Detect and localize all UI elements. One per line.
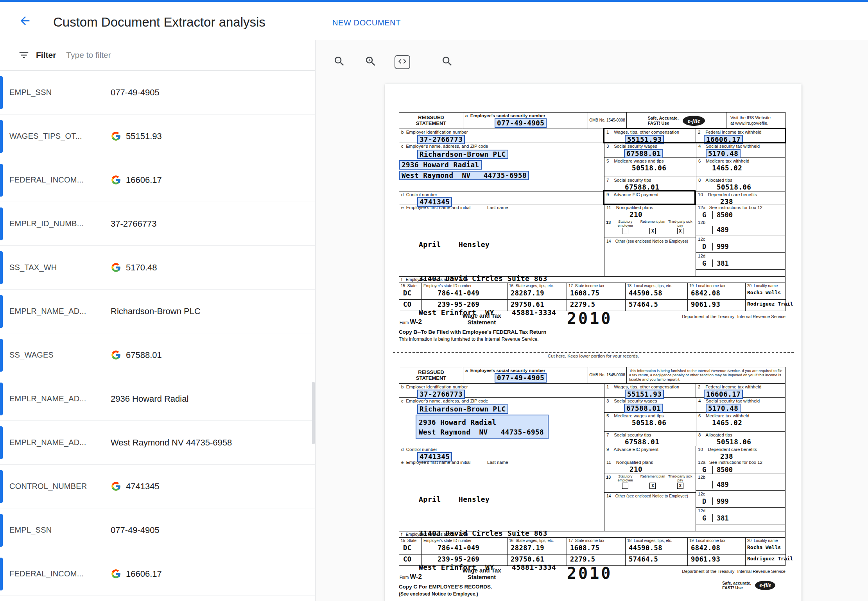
w2-box-12a: 12a See instructions for box 12 G8500 <box>696 204 785 219</box>
w2-state-cell: 44590.58 <box>625 288 687 300</box>
w2-department-text: Department of the Treasury--Internal Rev… <box>682 314 786 319</box>
w2-ssn-value[interactable]: 077-49-4905 <box>495 373 547 383</box>
w2-box3-value[interactable]: 67588.01 <box>624 149 663 158</box>
field-row[interactable]: EMPLR_NAME_AD...West Raymond NV 44735-69… <box>0 421 315 465</box>
search-button[interactable] <box>440 55 455 70</box>
field-row[interactable]: SS_WAGES67588.01 <box>0 333 315 377</box>
w2-label: 12b <box>696 219 785 225</box>
irs-website-text: Visit the IRS Website at www.irs.gov/efi… <box>726 113 785 129</box>
w2-employer-addr1-value[interactable]: 2936 Howard Radial <box>399 160 482 170</box>
zoom-in-button[interactable] <box>363 55 378 70</box>
w2-box4-value[interactable]: 5170.48 <box>706 404 741 413</box>
w2-table: REISSUED STATEMENT a Employee's social s… <box>399 367 786 566</box>
filter-bar: Filter <box>0 40 315 71</box>
w2-tax-year: 2010 <box>567 564 612 582</box>
field-name: EMPLR_ID_NUMB... <box>9 219 107 228</box>
w2-state-cell: 57464.5 <box>625 554 687 565</box>
back-button[interactable] <box>17 14 33 29</box>
efile-logo: e-file <box>755 581 775 590</box>
w2-employer-name-value[interactable]: Richardson-Brown PLC <box>417 150 508 159</box>
field-value: 67588.01 <box>111 350 162 360</box>
zoom-in-icon <box>364 55 377 69</box>
w2-label: e Employee's first name and initial <box>399 459 472 465</box>
w2-box-4: 4 Social security tax withheld 5170.48 <box>696 143 785 157</box>
w2-top-right-cell: This information is being furnished to t… <box>626 367 785 383</box>
w2-copy-b-slot: REISSUED STATEMENT a Employee's social s… <box>399 112 786 356</box>
w2-label: a Employee's social security number <box>463 113 588 118</box>
w2-box3-value[interactable]: 67588.01 <box>624 404 663 413</box>
w2-omb-number: OMB No. 1545-0008 <box>588 113 626 129</box>
w2-box-3: 3 Social security wages 67588.01 <box>604 143 696 157</box>
w2-employee-name: April Hensley <box>419 494 556 505</box>
w2-label: Statutory employee <box>612 475 639 482</box>
w2-label: 14 Other (see enclosed Notice to Employe… <box>604 238 696 244</box>
field-name: EMPL_SSN <box>9 526 107 535</box>
w2-label: 2 Federal income tax withheld <box>696 129 785 135</box>
field-row[interactable]: SS_TAX_WH5170.48 <box>0 246 315 290</box>
w2-footer: Form W-2 Wage and Tax Statement 2010 Dep… <box>399 566 786 582</box>
w2-reissued-statement: REISSUED STATEMENT <box>399 113 463 129</box>
field-accent-bar <box>0 295 3 328</box>
json-view-button[interactable] <box>395 55 410 69</box>
field-row[interactable]: EMPLR_NAME_AD...2936 Howard Radial <box>0 377 315 421</box>
w2-ssn-value[interactable]: 077-49-4905 <box>495 118 547 128</box>
w2-box-b-ein: b Employer identification number 37-2766… <box>399 384 604 397</box>
w2-employer-addr1-value[interactable]: 2936 Howard Radial <box>419 419 497 426</box>
w2-label: 1 Wages, tips, other compensation <box>604 384 696 390</box>
field-name: EMPLR_NAME_AD... <box>9 438 107 447</box>
w2-label: 10 Dependent care benefits <box>696 191 785 197</box>
w2-box-10: 10 Dependent care benefits 238 <box>696 191 785 204</box>
filter-input[interactable] <box>66 50 230 60</box>
w2-label: 11 Nonqualified plans <box>604 459 696 465</box>
w2-box-c-employer: c Employer's name, address, and ZIP code… <box>399 143 604 191</box>
new-document-button[interactable]: NEW DOCUMENT <box>332 18 401 27</box>
w2-box-12b: 12b 489 <box>696 474 785 490</box>
field-accent-bar <box>0 470 3 503</box>
w2-box-12c: 12c D999 <box>696 236 785 252</box>
w2-label: 12c <box>696 236 785 242</box>
fields-scrollbar[interactable] <box>312 382 315 444</box>
w2-state-cell: 6842.08 <box>687 288 745 300</box>
w2-label: 17 State income tax <box>567 283 625 288</box>
w2-box12a-value: 8500 <box>712 211 785 219</box>
field-row[interactable]: EMPL_SSN077-49-4905 <box>0 71 315 114</box>
w2-box-7: 7 Social security tips 67588.01 <box>604 432 696 446</box>
w2-box-3: 3 Social security wages 67588.01 <box>604 398 696 412</box>
w2-footer: Form W-2 Wage and Tax Statement 2010 Dep… <box>399 311 786 327</box>
w2-box-d-control: d Control number 4741345 <box>399 446 604 459</box>
w2-label: 17 State income tax <box>567 538 625 543</box>
w2-box4-value[interactable]: 5170.48 <box>706 149 741 158</box>
field-row[interactable]: WAGES_TIPS_OT...55151.93 <box>0 114 315 158</box>
field-accent-bar <box>0 383 3 415</box>
w2-label: 7 Social security tips <box>604 432 696 438</box>
w2-box-1: 1 Wages, tips, other compensation 55151.… <box>604 384 696 397</box>
w2-employer-addr2-value[interactable]: West Raymond NV 44735-6958 <box>419 428 544 436</box>
field-row[interactable]: EMPL_SSN077-49-4905 <box>0 508 315 552</box>
w2-employer-name-value[interactable]: Richardson-Brown PLC <box>417 404 508 414</box>
field-row[interactable]: CONTROL_NUMBER4741345 <box>0 465 315 508</box>
w2-label: 13 <box>606 220 611 225</box>
google-icon <box>111 131 121 141</box>
w2-label: d Control number <box>399 191 604 197</box>
w2-state-cell: 9061.93 <box>687 554 745 565</box>
w2-label: 12d <box>696 253 785 259</box>
w2-label: 20 Locality name <box>745 283 786 288</box>
field-row[interactable]: EMPLR_ID_NUMB...37-2766773 <box>0 202 315 246</box>
w2-box12a-value: 8500 <box>712 466 785 474</box>
w2-irs-notice: This information is being furnished to t… <box>627 367 785 383</box>
google-icon <box>111 350 121 360</box>
field-row[interactable]: FEDERAL_INCOM...16606.17 <box>0 552 315 596</box>
w2-employer-addr2-value[interactable]: West Raymond NV 44735-6958 <box>399 171 529 180</box>
w2-state-cell: DC <box>399 543 421 554</box>
field-row[interactable]: FEDERAL_INCOM...16606.17 <box>0 158 315 202</box>
w2-footer-efile: Safe, accurate, FAST! Use e-file <box>722 581 775 590</box>
w2-label: b Employer identification number <box>399 129 604 135</box>
field-value: 2936 Howard Radial <box>111 394 188 404</box>
w2-copy-subtext: This information is being furnished to t… <box>399 336 786 342</box>
w2-box-10: 10 Dependent care benefits 238 <box>696 446 785 459</box>
w2-label: Last name <box>485 204 510 210</box>
w2-label: 15 State <box>399 283 421 288</box>
field-row[interactable]: EMPLR_NAME_AD...Richardson-Brown PLC <box>0 290 315 333</box>
w2-state-cell: Rocha Wells <box>745 288 786 300</box>
zoom-out-button[interactable] <box>332 55 347 70</box>
